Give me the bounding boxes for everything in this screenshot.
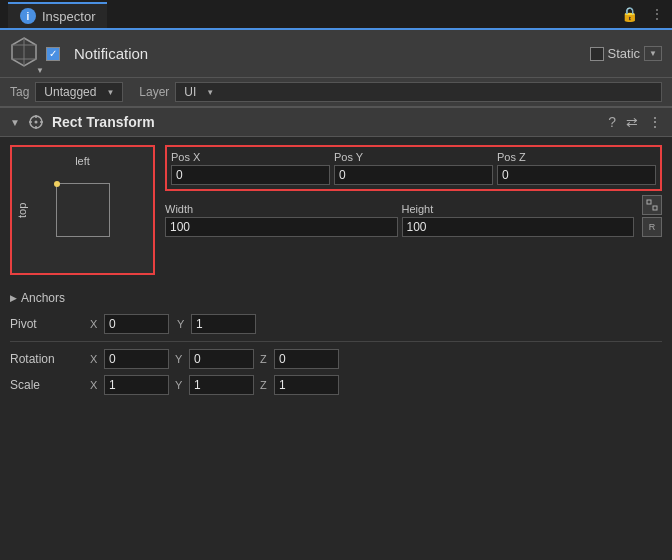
layer-arrow: ▼ <box>206 88 214 97</box>
scale-xyz: X Y Z <box>90 375 662 395</box>
lock-icon[interactable]: 🔒 <box>621 6 638 22</box>
static-label: Static <box>608 46 641 61</box>
layer-label: Layer <box>139 85 169 99</box>
scale-z-input[interactable] <box>274 375 339 395</box>
scale-y-label: Y <box>175 379 187 391</box>
rotation-row: Rotation X Y Z <box>10 348 662 370</box>
pivot-x-input[interactable] <box>104 314 169 334</box>
pivot-y-input[interactable] <box>191 314 256 334</box>
svg-rect-11 <box>653 206 657 210</box>
layer-dropdown[interactable]: UI ▼ <box>175 82 662 102</box>
notification-bar: ▼ ✓ Notification Static ▼ <box>0 30 672 78</box>
anchors-label: Anchors <box>21 291 101 305</box>
pos-x-col: Pos X <box>171 151 330 185</box>
pivot-label: Pivot <box>10 317 90 331</box>
rect-transform-icon <box>28 114 44 130</box>
wh-icons: R <box>642 195 662 237</box>
pivot-y-label: Y <box>177 318 189 330</box>
tag-arrow: ▼ <box>106 88 114 97</box>
rotation-label: Rotation <box>10 352 90 366</box>
gameobject-name[interactable]: Notification <box>68 43 582 64</box>
width-col: Width <box>165 203 398 237</box>
pos-y-input[interactable] <box>334 165 493 185</box>
width-label: Width <box>165 203 398 215</box>
gameobject-enabled-checkbox[interactable]: ✓ <box>46 47 60 61</box>
component-right-icons: ? ⇄ ⋮ <box>608 114 662 130</box>
tag-label: Tag <box>10 85 29 99</box>
pos-z-label: Pos Z <box>497 151 656 163</box>
divider-1 <box>10 341 662 342</box>
more-icon[interactable]: ⋮ <box>650 6 664 22</box>
width-input[interactable] <box>165 217 398 237</box>
rotation-z-input[interactable] <box>274 349 339 369</box>
anchor-dot <box>54 181 60 187</box>
height-label: Height <box>402 203 635 215</box>
settings-icon[interactable]: ⇄ <box>626 114 638 130</box>
anchor-top-label: top <box>16 147 28 273</box>
anchors-row: ▶ Anchors <box>10 287 662 309</box>
height-input[interactable] <box>402 217 635 237</box>
inspector-tab[interactable]: i Inspector <box>8 2 107 28</box>
wh-group: Width Height R <box>165 195 662 237</box>
game-object-icon: ▼ <box>10 36 38 71</box>
pos-y-col: Pos Y <box>334 151 493 185</box>
lower-rows: ▶ Anchors Pivot X Y Rotation X Y Z <box>0 283 672 404</box>
pos-x-input[interactable] <box>171 165 330 185</box>
constrain-proportions-btn[interactable] <box>642 195 662 215</box>
anchor-left-label: left <box>12 155 153 167</box>
scale-z-label: Z <box>260 379 272 391</box>
pivot-row: Pivot X Y <box>10 313 662 335</box>
pivot-x-label: X <box>90 318 102 330</box>
rotation-x-label: X <box>90 353 102 365</box>
tab-bar: i Inspector 🔒 ⋮ <box>0 0 672 30</box>
inspector-panel: i Inspector 🔒 ⋮ ▼ ✓ Notification <box>0 0 672 560</box>
rotation-x-input[interactable] <box>104 349 169 369</box>
pos-z-input[interactable] <box>497 165 656 185</box>
height-col: Height <box>402 203 635 237</box>
rotation-z-label: Z <box>260 353 272 365</box>
layer-value: UI <box>184 85 196 99</box>
static-checkbox[interactable] <box>590 47 604 61</box>
rotation-y-input[interactable] <box>189 349 254 369</box>
cube-dropdown-arrow[interactable]: ▼ <box>36 66 44 75</box>
pos-x-label: Pos X <box>171 151 330 163</box>
rotation-xyz: X Y Z <box>90 349 662 369</box>
blueprint-btn[interactable]: R <box>642 217 662 237</box>
rotation-y-label: Y <box>175 353 187 365</box>
anchors-collapse-arrow[interactable]: ▶ <box>10 293 17 303</box>
tag-dropdown[interactable]: Untagged ▼ <box>35 82 123 102</box>
pos-xyz-group: Pos X Pos Y Pos Z <box>165 145 662 191</box>
tab-right-icons: 🔒 ⋮ <box>621 6 664 22</box>
tag-layer-row: Tag Untagged ▼ Layer UI ▼ <box>0 78 672 107</box>
scale-x-label: X <box>90 379 102 391</box>
static-dropdown-arrow: ▼ <box>649 49 657 58</box>
position-fields: Pos X Pos Y Pos Z Width <box>165 145 662 275</box>
anchor-inner-box <box>56 183 110 237</box>
pos-z-col: Pos Z <box>497 151 656 185</box>
component-more-icon[interactable]: ⋮ <box>648 114 662 130</box>
tag-value: Untagged <box>44 85 96 99</box>
info-icon: i <box>20 8 36 24</box>
collapse-arrow[interactable]: ▼ <box>10 117 20 128</box>
inspector-tab-label: Inspector <box>42 9 95 24</box>
rect-transform-content: left top Pos X Pos Y <box>0 137 672 283</box>
svg-rect-10 <box>647 200 651 204</box>
scale-x-input[interactable] <box>104 375 169 395</box>
pos-y-label: Pos Y <box>334 151 493 163</box>
scale-label: Scale <box>10 378 90 392</box>
svg-point-9 <box>34 121 37 124</box>
pivot-xyz: X Y <box>90 314 662 334</box>
scale-row: Scale X Y Z <box>10 374 662 396</box>
rect-transform-header: ▼ Rect Transform ? ⇄ ⋮ <box>0 107 672 137</box>
static-dropdown[interactable]: ▼ <box>644 46 662 61</box>
anchor-visual[interactable]: left top <box>10 145 155 275</box>
help-icon[interactable]: ? <box>608 114 616 130</box>
scale-y-input[interactable] <box>189 375 254 395</box>
rect-transform-title: Rect Transform <box>52 114 600 130</box>
static-area: Static ▼ <box>590 46 662 61</box>
pos-labels-row: Pos X Pos Y Pos Z <box>171 151 656 185</box>
